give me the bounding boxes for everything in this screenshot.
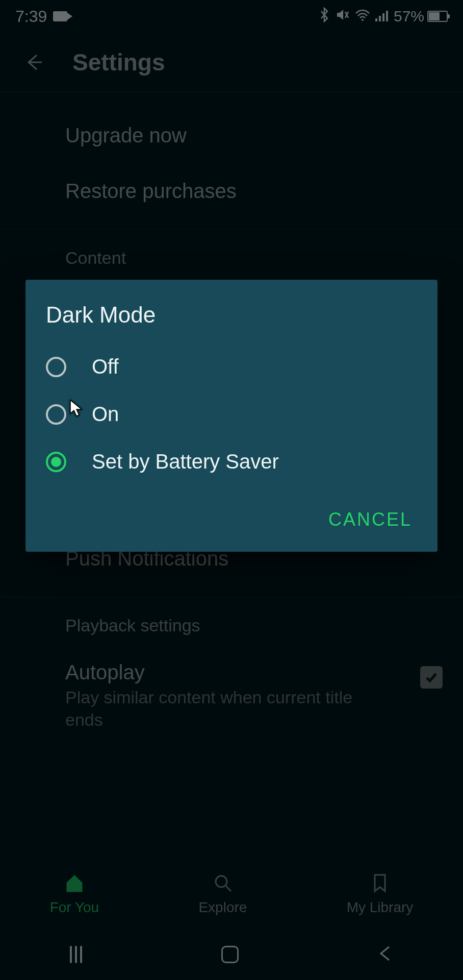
cancel-button[interactable]: CANCEL [323, 502, 417, 537]
radio-icon [46, 357, 66, 377]
radio-label: On [92, 403, 119, 426]
radio-icon-checked [46, 452, 66, 472]
dialog-title: Dark Mode [46, 302, 417, 328]
radio-option-on[interactable]: On [46, 390, 417, 438]
radio-option-battery-saver[interactable]: Set by Battery Saver [46, 438, 417, 485]
dark-mode-dialog: Dark Mode Off On Set by Battery Saver CA… [25, 280, 438, 552]
radio-label: Set by Battery Saver [92, 450, 279, 473]
radio-icon [46, 404, 66, 425]
radio-option-off[interactable]: Off [46, 343, 417, 390]
radio-label: Off [92, 355, 119, 378]
mouse-cursor-icon [69, 399, 84, 420]
